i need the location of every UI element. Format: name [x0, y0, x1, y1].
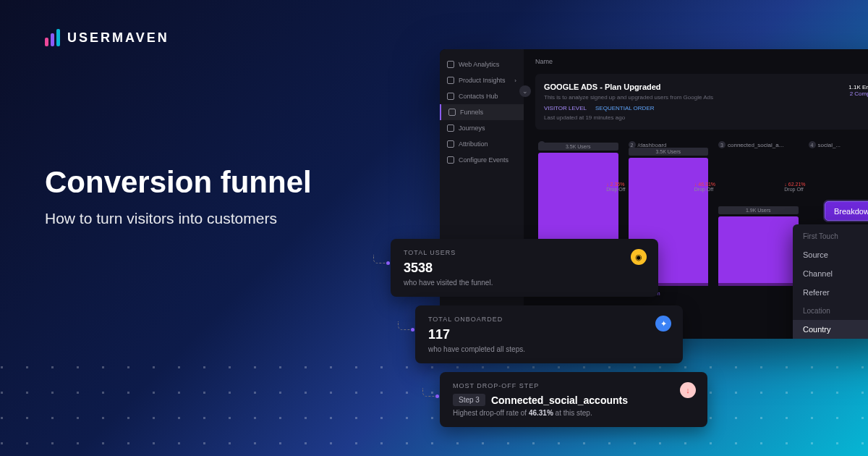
- breakdown-button[interactable]: Breakdown ⌄: [825, 201, 868, 221]
- chevron-right-icon: ›: [514, 77, 516, 84]
- onboarded-icon: ✦: [655, 316, 671, 332]
- connector-line: [422, 388, 437, 397]
- connector-line: [398, 321, 412, 330]
- users-icon: ◉: [631, 249, 647, 265]
- page-subtitle: How to turn visitors into customers: [45, 210, 312, 227]
- funnel-desc: This is to analyze signed up and upgrade…: [544, 94, 868, 101]
- breakdown-option[interactable]: Referer: [793, 283, 868, 302]
- collapse-button[interactable]: ⌄: [519, 85, 531, 97]
- breakdown-option[interactable]: Location: [793, 302, 868, 320]
- col-name: Name: [535, 58, 553, 65]
- attribution-icon: [447, 140, 454, 148]
- onboarded-value: 117: [428, 327, 670, 342]
- funnel-icon: [448, 109, 456, 116]
- sidebar-item-attribution[interactable]: Attribution: [440, 136, 524, 152]
- tag-sequential-order: SEQUENTIAL ORDER: [595, 105, 655, 111]
- stat-completed: 2 Completed: [848, 90, 868, 97]
- total-users-value: 3538: [404, 261, 645, 276]
- funnel-title: GOOGLE ADS - Plan Upgraded: [544, 83, 868, 91]
- table-header: Name Stats: [535, 58, 868, 65]
- insights-icon: [447, 77, 454, 84]
- funnel-step: 3connected_social_a... 1.9K Users ↓ 62.2…: [718, 141, 799, 286]
- sidebar-item-configure-events[interactable]: Configure Events: [440, 152, 524, 168]
- hero: Conversion funnel How to turn visitors i…: [45, 165, 312, 227]
- breakdown-option[interactable]: Country: [793, 320, 868, 339]
- last-updated: Last updated at 19 minutes ago: [544, 114, 868, 121]
- logo-icon: [45, 29, 60, 46]
- contacts-icon: [447, 93, 454, 100]
- card-total-onboarded: ✦ TOTAL ONBOARDED 117 who have completed…: [415, 305, 683, 363]
- step-badge: Step 3: [453, 394, 485, 406]
- sidebar-item-contacts[interactable]: Contacts Hub: [440, 88, 524, 104]
- sidebar-item-funnels[interactable]: Funnels: [440, 104, 524, 120]
- funnel-header: ⌄ GOOGLE ADS - Plan Upgraded This is to …: [535, 74, 868, 130]
- breakdown-option[interactable]: Source: [793, 245, 868, 264]
- card-total-users: ◉ TOTAL USERS 3538 who have visited the …: [391, 239, 658, 297]
- brand-name: USERMAVEN: [67, 30, 169, 46]
- dropoff-step-name: Connected_social_accounts: [491, 394, 628, 406]
- breakdown-option[interactable]: First Touch: [793, 227, 868, 245]
- dropoff-desc: Highest drop-off rate of 46.31% at this …: [453, 409, 694, 417]
- tag-visitor-level: VISITOR LEVEL: [544, 105, 587, 111]
- stat-entered: 1.1K Entered: [848, 84, 868, 90]
- sidebar-item-journeys[interactable]: Journeys: [440, 120, 524, 136]
- breakdown-menu: First TouchSourceChannelRefererLocationC…: [793, 224, 868, 339]
- brand-logo: USERMAVEN: [45, 29, 169, 46]
- dropoff-icon: ↓: [680, 382, 696, 398]
- journeys-icon: [447, 124, 454, 132]
- card-most-dropoff: ↓ MOST DROP-OFF STEP Step 3 Connected_so…: [440, 372, 707, 427]
- connector-line: [373, 255, 388, 263]
- sidebar-item-product-insights[interactable]: Product Insights›: [440, 72, 524, 88]
- page-title: Conversion funnel: [45, 165, 312, 200]
- breakdown-option[interactable]: Channel: [793, 264, 868, 283]
- summary-cards: ◉ TOTAL USERS 3538 who have visited the …: [391, 239, 707, 436]
- analytics-icon: [447, 61, 454, 68]
- events-icon: [447, 156, 454, 164]
- sidebar-item-web-analytics[interactable]: Web Analytics: [440, 56, 524, 72]
